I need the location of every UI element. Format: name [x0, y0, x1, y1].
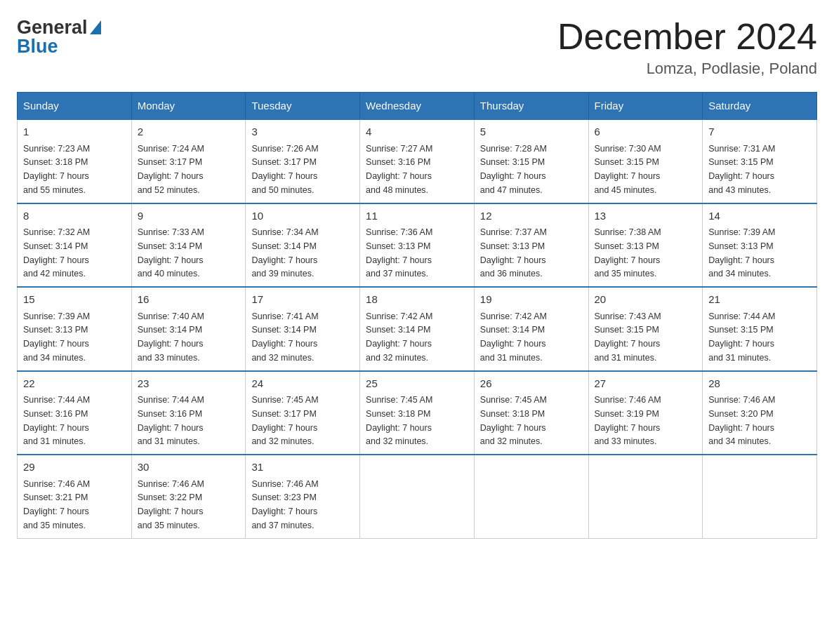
calendar-week-5: 29 Sunrise: 7:46 AMSunset: 3:21 PMDaylig… [18, 455, 817, 538]
calendar-cell [588, 455, 703, 538]
day-number: 11 [366, 208, 468, 224]
day-info: Sunrise: 7:46 AMSunset: 3:21 PMDaylight:… [23, 479, 90, 530]
day-info: Sunrise: 7:32 AMSunset: 3:14 PMDaylight:… [23, 227, 90, 279]
day-number: 5 [480, 124, 583, 140]
calendar-cell: 23 Sunrise: 7:44 AMSunset: 3:16 PMDaylig… [131, 371, 246, 455]
day-info: Sunrise: 7:44 AMSunset: 3:15 PMDaylight:… [708, 311, 775, 363]
header-thursday: Thursday [474, 93, 588, 120]
day-info: Sunrise: 7:40 AMSunset: 3:14 PMDaylight:… [138, 311, 204, 363]
day-info: Sunrise: 7:44 AMSunset: 3:16 PMDaylight:… [23, 395, 90, 446]
day-info: Sunrise: 7:41 AMSunset: 3:14 PMDaylight:… [251, 311, 318, 363]
weekday-header-row: Sunday Monday Tuesday Wednesday Thursday… [18, 93, 817, 120]
day-info: Sunrise: 7:34 AMSunset: 3:14 PMDaylight:… [251, 227, 318, 279]
calendar-cell: 22 Sunrise: 7:44 AMSunset: 3:16 PMDaylig… [18, 371, 132, 455]
day-number: 20 [595, 292, 697, 308]
day-number: 17 [251, 292, 354, 308]
calendar-cell: 16 Sunrise: 7:40 AMSunset: 3:14 PMDaylig… [131, 287, 246, 371]
day-number: 4 [366, 124, 468, 140]
day-number: 1 [23, 124, 126, 140]
day-info: Sunrise: 7:39 AMSunset: 3:13 PMDaylight:… [708, 227, 775, 279]
day-number: 8 [23, 208, 126, 224]
day-info: Sunrise: 7:23 AMSunset: 3:18 PMDaylight:… [23, 144, 90, 195]
calendar-week-2: 8 Sunrise: 7:32 AMSunset: 3:14 PMDayligh… [18, 203, 817, 288]
header-tuesday: Tuesday [246, 93, 360, 120]
logo: General Blue [17, 17, 101, 58]
day-info: Sunrise: 7:45 AMSunset: 3:18 PMDaylight:… [366, 395, 432, 446]
day-info: Sunrise: 7:45 AMSunset: 3:18 PMDaylight:… [480, 395, 547, 446]
calendar-cell: 5 Sunrise: 7:28 AMSunset: 3:15 PMDayligh… [474, 119, 588, 203]
day-number: 22 [23, 376, 126, 392]
logo-arrow-icon [90, 20, 101, 34]
day-number: 26 [480, 376, 583, 392]
day-number: 23 [138, 376, 240, 392]
calendar-cell: 2 Sunrise: 7:24 AMSunset: 3:17 PMDayligh… [131, 119, 246, 203]
calendar-cell: 28 Sunrise: 7:46 AMSunset: 3:20 PMDaylig… [703, 371, 817, 455]
calendar-cell: 7 Sunrise: 7:31 AMSunset: 3:15 PMDayligh… [703, 119, 817, 203]
day-number: 13 [595, 208, 697, 224]
day-number: 9 [138, 208, 240, 224]
calendar-cell: 10 Sunrise: 7:34 AMSunset: 3:14 PMDaylig… [246, 203, 360, 288]
day-info: Sunrise: 7:37 AMSunset: 3:13 PMDaylight:… [480, 227, 547, 279]
calendar-cell: 31 Sunrise: 7:46 AMSunset: 3:23 PMDaylig… [246, 455, 360, 538]
calendar-week-3: 15 Sunrise: 7:39 AMSunset: 3:13 PMDaylig… [18, 287, 817, 371]
day-number: 30 [138, 459, 240, 476]
day-number: 6 [595, 124, 697, 140]
day-info: Sunrise: 7:36 AMSunset: 3:13 PMDaylight:… [366, 227, 432, 279]
day-info: Sunrise: 7:27 AMSunset: 3:16 PMDaylight:… [366, 144, 432, 195]
calendar-cell [360, 455, 475, 538]
calendar-cell: 11 Sunrise: 7:36 AMSunset: 3:13 PMDaylig… [360, 203, 475, 288]
day-number: 7 [708, 124, 811, 140]
day-info: Sunrise: 7:46 AMSunset: 3:23 PMDaylight:… [251, 479, 318, 530]
header-monday: Monday [131, 93, 246, 120]
calendar-cell: 17 Sunrise: 7:41 AMSunset: 3:14 PMDaylig… [246, 287, 360, 371]
calendar-cell [474, 455, 588, 538]
calendar-cell: 25 Sunrise: 7:45 AMSunset: 3:18 PMDaylig… [360, 371, 475, 455]
calendar-cell: 9 Sunrise: 7:33 AMSunset: 3:14 PMDayligh… [131, 203, 246, 288]
header-sunday: Sunday [18, 93, 132, 120]
calendar-week-1: 1 Sunrise: 7:23 AMSunset: 3:18 PMDayligh… [18, 119, 817, 203]
calendar-cell: 14 Sunrise: 7:39 AMSunset: 3:13 PMDaylig… [703, 203, 817, 288]
day-number: 10 [251, 208, 354, 224]
day-info: Sunrise: 7:24 AMSunset: 3:17 PMDaylight:… [138, 144, 204, 195]
calendar-cell: 26 Sunrise: 7:45 AMSunset: 3:18 PMDaylig… [474, 371, 588, 455]
day-number: 29 [23, 459, 126, 476]
day-info: Sunrise: 7:28 AMSunset: 3:15 PMDaylight:… [480, 144, 547, 195]
calendar-cell: 20 Sunrise: 7:43 AMSunset: 3:15 PMDaylig… [588, 287, 703, 371]
day-number: 3 [251, 124, 354, 140]
day-number: 28 [708, 376, 811, 392]
day-number: 27 [595, 376, 697, 392]
calendar-cell: 12 Sunrise: 7:37 AMSunset: 3:13 PMDaylig… [474, 203, 588, 288]
header-wednesday: Wednesday [360, 93, 475, 120]
day-number: 16 [138, 292, 240, 308]
calendar-cell [703, 455, 817, 538]
day-info: Sunrise: 7:42 AMSunset: 3:14 PMDaylight:… [480, 311, 547, 363]
calendar-cell: 3 Sunrise: 7:26 AMSunset: 3:17 PMDayligh… [246, 119, 360, 203]
calendar-cell: 1 Sunrise: 7:23 AMSunset: 3:18 PMDayligh… [18, 119, 132, 203]
title-section: December 2024 Lomza, Podlasie, Poland [557, 17, 817, 78]
day-number: 2 [138, 124, 240, 140]
day-info: Sunrise: 7:38 AMSunset: 3:13 PMDaylight:… [595, 227, 661, 279]
header-friday: Friday [588, 93, 703, 120]
day-number: 12 [480, 208, 583, 224]
logo-blue-text: Blue [17, 36, 58, 58]
day-info: Sunrise: 7:46 AMSunset: 3:22 PMDaylight:… [138, 479, 204, 530]
day-number: 18 [366, 292, 468, 308]
day-info: Sunrise: 7:43 AMSunset: 3:15 PMDaylight:… [595, 311, 661, 363]
day-number: 21 [708, 292, 811, 308]
calendar-cell: 21 Sunrise: 7:44 AMSunset: 3:15 PMDaylig… [703, 287, 817, 371]
calendar-cell: 6 Sunrise: 7:30 AMSunset: 3:15 PMDayligh… [588, 119, 703, 203]
calendar-cell: 19 Sunrise: 7:42 AMSunset: 3:14 PMDaylig… [474, 287, 588, 371]
day-number: 14 [708, 208, 811, 224]
header-saturday: Saturday [703, 93, 817, 120]
day-info: Sunrise: 7:30 AMSunset: 3:15 PMDaylight:… [595, 144, 661, 195]
day-number: 15 [23, 292, 126, 308]
day-info: Sunrise: 7:31 AMSunset: 3:15 PMDaylight:… [708, 144, 775, 195]
day-info: Sunrise: 7:45 AMSunset: 3:17 PMDaylight:… [251, 395, 318, 446]
month-title: December 2024 [557, 17, 817, 57]
day-info: Sunrise: 7:39 AMSunset: 3:13 PMDaylight:… [23, 311, 90, 363]
calendar-week-4: 22 Sunrise: 7:44 AMSunset: 3:16 PMDaylig… [18, 371, 817, 455]
location-title: Lomza, Podlasie, Poland [557, 60, 817, 78]
day-info: Sunrise: 7:26 AMSunset: 3:17 PMDaylight:… [251, 144, 318, 195]
calendar-table: Sunday Monday Tuesday Wednesday Thursday… [17, 92, 817, 539]
day-info: Sunrise: 7:42 AMSunset: 3:14 PMDaylight:… [366, 311, 432, 363]
